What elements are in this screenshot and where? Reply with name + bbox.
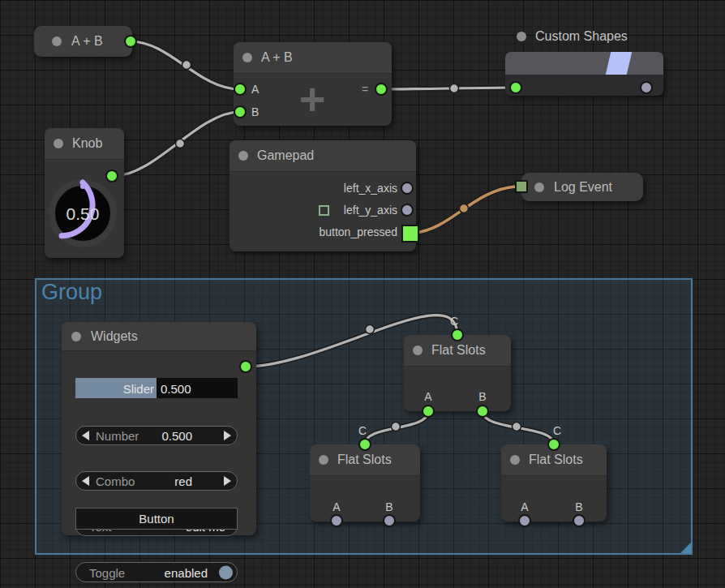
output-label-a: A bbox=[332, 500, 340, 513]
toggle-widget[interactable]: Toggle enabled bbox=[75, 562, 238, 582]
collapse-dot-icon[interactable] bbox=[413, 346, 423, 355]
combo-label: Combo bbox=[96, 474, 135, 488]
node-title: A + B bbox=[261, 50, 293, 65]
slot-label-c: C bbox=[358, 424, 367, 437]
collapse-dot-icon[interactable] bbox=[71, 332, 81, 341]
toggle-label: Toggle bbox=[89, 565, 125, 579]
number-widget[interactable]: Number 0.500 bbox=[75, 426, 238, 445]
decrement-arrow-icon[interactable] bbox=[82, 431, 89, 440]
node-title: Log Event bbox=[554, 180, 612, 195]
slider-label: Slider bbox=[123, 381, 154, 395]
node-gamepad[interactable]: Gamepad left_x_axis left_y_axis button_p… bbox=[230, 140, 416, 251]
node-titlebar[interactable]: A + B bbox=[234, 42, 392, 74]
custom-shape-parallelogram bbox=[605, 52, 632, 75]
link-add-to-customshapes[interactable] bbox=[381, 88, 517, 89]
output-port[interactable] bbox=[239, 360, 252, 373]
event-output-port[interactable] bbox=[401, 225, 419, 242]
number-value: 0.500 bbox=[161, 429, 192, 443]
output-port-b[interactable] bbox=[573, 514, 586, 527]
event-input-port[interactable] bbox=[515, 180, 528, 193]
node-add-collapsed[interactable]: A + B bbox=[34, 26, 132, 57]
number-label: Number bbox=[96, 429, 139, 443]
collapse-dot-icon[interactable] bbox=[517, 32, 526, 41]
input-port-c[interactable] bbox=[547, 438, 560, 451]
output-label-left-y-axis: left_y_axis bbox=[344, 204, 397, 217]
knob-value: 0.50 bbox=[66, 204, 100, 224]
output-port-a[interactable] bbox=[422, 405, 435, 418]
node-titlebar[interactable]: Gamepad bbox=[230, 140, 416, 172]
output-port-b[interactable] bbox=[383, 514, 396, 527]
node-title: Flat Slots bbox=[431, 343, 486, 358]
output-label-a: A bbox=[424, 390, 431, 403]
node-title: Widgets bbox=[91, 329, 138, 344]
output-port-b[interactable] bbox=[476, 405, 489, 418]
output-port[interactable] bbox=[124, 35, 137, 48]
slot-label-c: C bbox=[553, 424, 561, 437]
collapse-dot-icon[interactable] bbox=[534, 182, 544, 192]
output-label-left-x-axis: left_x_axis bbox=[344, 182, 397, 195]
button-widget[interactable]: Button bbox=[75, 508, 238, 530]
node-widgets[interactable]: Widgets Slider 0.500 Number 0.500 Combo … bbox=[62, 322, 256, 535]
output-port-a[interactable] bbox=[330, 514, 343, 527]
node-add[interactable]: A + B A B = + bbox=[234, 42, 392, 126]
output-label-b: B bbox=[385, 500, 393, 513]
toggle-dot[interactable] bbox=[219, 565, 233, 579]
link-reroute-dot[interactable] bbox=[460, 204, 469, 213]
output-label-equals: = bbox=[362, 83, 368, 96]
slider-widget[interactable]: Slider 0.500 bbox=[75, 378, 238, 398]
combo-widget[interactable]: Combo red bbox=[75, 471, 238, 491]
output-label-a: A bbox=[521, 500, 528, 513]
node-log-event[interactable]: Log Event bbox=[521, 173, 643, 201]
collapse-dot-icon[interactable] bbox=[238, 151, 248, 161]
node-flat-slots-mid[interactable]: Flat Slots A B bbox=[404, 335, 511, 411]
combo-value: red bbox=[174, 474, 192, 488]
node-flat-slots-right[interactable]: Flat Slots A B bbox=[501, 444, 607, 521]
link-reroute-dot[interactable] bbox=[392, 423, 401, 431]
link-reroute-dot[interactable] bbox=[450, 84, 459, 93]
output-port-a[interactable] bbox=[518, 514, 531, 527]
slot-label-c: C bbox=[450, 315, 458, 328]
increment-arrow-icon[interactable] bbox=[224, 431, 231, 440]
node-title: Flat Slots bbox=[337, 453, 392, 467]
node-graph-canvas[interactable]: Group bbox=[0, 0, 725, 588]
collapse-dot-icon[interactable] bbox=[319, 455, 328, 465]
node-title: Flat Slots bbox=[529, 453, 583, 467]
link-reroute-dot[interactable] bbox=[176, 139, 185, 148]
output-port[interactable] bbox=[640, 81, 653, 94]
output-port-left-y-axis[interactable] bbox=[401, 204, 414, 217]
custom-shapes-title: Custom Shapes bbox=[535, 29, 628, 44]
output-label-button-pressed: button_pressed bbox=[319, 225, 397, 238]
output-port[interactable] bbox=[375, 83, 388, 96]
value-box-icon bbox=[319, 205, 329, 216]
output-label-b: B bbox=[478, 390, 486, 403]
collapse-dot-icon[interactable] bbox=[510, 455, 520, 465]
toggle-value: enabled bbox=[165, 565, 208, 579]
slider-value: 0.500 bbox=[161, 381, 191, 395]
link-reroute-dot[interactable] bbox=[513, 423, 521, 431]
prev-option-arrow-icon[interactable] bbox=[82, 476, 89, 486]
output-port-left-x-axis[interactable] bbox=[401, 182, 414, 195]
link-reroute-dot[interactable] bbox=[366, 325, 375, 334]
output-label-b: B bbox=[575, 500, 582, 513]
collapse-dot-icon[interactable] bbox=[242, 53, 252, 62]
node-custom-shapes[interactable] bbox=[505, 52, 663, 96]
node-titlebar[interactable]: Widgets bbox=[62, 322, 256, 351]
collapse-dot-icon[interactable] bbox=[52, 36, 62, 46]
knob-dial[interactable] bbox=[45, 128, 124, 258]
input-port[interactable] bbox=[509, 81, 522, 94]
input-port-a[interactable] bbox=[234, 83, 247, 96]
input-label-b: B bbox=[251, 105, 259, 118]
input-port-c[interactable] bbox=[358, 438, 371, 451]
link-reroute-dot[interactable] bbox=[182, 61, 191, 70]
next-option-arrow-icon[interactable] bbox=[224, 476, 231, 486]
input-port-c[interactable] bbox=[451, 328, 464, 341]
node-title: Gamepad bbox=[257, 148, 314, 163]
node-flat-slots-left[interactable]: Flat Slots A B bbox=[310, 444, 420, 521]
custom-shape-bar bbox=[505, 52, 663, 75]
node-title: A + B bbox=[71, 34, 103, 49]
node-knob[interactable]: Knob 0.50 bbox=[45, 128, 124, 258]
input-port-b[interactable] bbox=[234, 105, 247, 118]
input-label-a: A bbox=[251, 83, 259, 96]
plus-operator-icon: + bbox=[299, 76, 326, 122]
